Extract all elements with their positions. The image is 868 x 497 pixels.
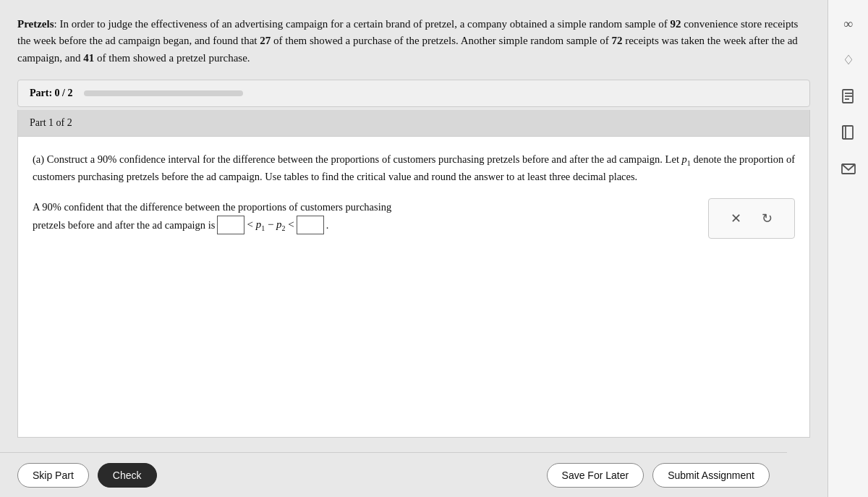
n3: 72: [611, 35, 622, 46]
save-for-later-button[interactable]: Save For Later: [547, 463, 644, 488]
skip-part-button[interactable]: Skip Part: [17, 463, 89, 488]
check-button[interactable]: Check: [98, 463, 157, 488]
problem-title: Pretzels: [17, 18, 54, 30]
submit-assignment-button[interactable]: Submit Assignment: [652, 463, 770, 488]
n2: 27: [260, 35, 271, 46]
progress-bar-background: [84, 90, 243, 96]
n4: 41: [83, 52, 94, 64]
clear-button[interactable]: ✕: [728, 208, 744, 229]
part-question: (a) Construct a 90% confidence interval …: [33, 151, 795, 185]
bottom-bar: Skip Part Check Save For Later Submit As…: [0, 452, 787, 497]
check-undo-box: ✕ ↻: [708, 198, 795, 239]
problem-text: Pretzels: In order to judge the effectiv…: [17, 16, 810, 67]
input-upper-bound[interactable]: [297, 216, 324, 234]
input-lower-bound[interactable]: [217, 216, 244, 234]
progress-section: Part: 0 / 2: [17, 80, 810, 107]
part-box: (a) Construct a 90% confidence interval …: [17, 137, 810, 438]
right-sidebar: ∞ ♢: [827, 0, 868, 497]
infinity-icon[interactable]: ∞: [836, 12, 861, 36]
answer-line-2: pretzels before and after the ad campaig…: [33, 216, 694, 234]
book-icon[interactable]: [836, 120, 861, 145]
progress-label: Part: 0 / 2: [30, 88, 72, 99]
notes-icon[interactable]: [836, 84, 861, 109]
answer-line: A 90% confident that the difference betw…: [33, 198, 694, 216]
diamond-icon[interactable]: ♢: [836, 48, 861, 72]
answer-text-part: A 90% confident that the difference betw…: [33, 198, 694, 235]
n1: 92: [670, 18, 681, 30]
answer-row: A 90% confident that the difference betw…: [33, 198, 795, 239]
envelope-icon[interactable]: [836, 156, 861, 181]
part-header: Part 1 of 2: [17, 110, 810, 137]
svg-rect-4: [843, 126, 853, 139]
undo-button[interactable]: ↻: [759, 208, 775, 229]
